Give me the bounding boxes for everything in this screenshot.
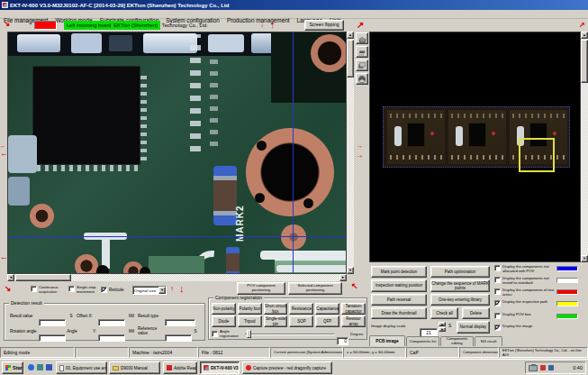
gallery-tool-button[interactable] xyxy=(356,59,368,71)
status-component-dimension: Component dimension xyxy=(459,347,499,358)
printer-icon[interactable] xyxy=(529,365,538,371)
capture-icon xyxy=(246,365,251,370)
checkbox-icon[interactable] xyxy=(31,286,37,292)
zoom-select-dropdown[interactable]: Original size xyxy=(132,286,167,295)
tripod-button[interactable]: Tripod xyxy=(238,316,262,327)
one-key-entering-library-button[interactable]: One-key entering library xyxy=(430,294,490,306)
annotation-arrow-screen-flip xyxy=(357,21,364,30)
tantalum-capacitor-button[interactable]: Tantalum capacitor xyxy=(341,303,366,315)
rotation-angle-input[interactable] xyxy=(39,334,66,342)
sop-button[interactable]: SOP xyxy=(289,316,313,327)
checkbox-icon[interactable] xyxy=(68,286,75,292)
hscroll-thumb[interactable] xyxy=(15,274,71,281)
polarity-box-button[interactable]: Polarity box xyxy=(238,303,262,315)
fan-tool-button[interactable] xyxy=(356,73,368,85)
hand-tool-button[interactable] xyxy=(356,32,368,44)
spinner-down-icon[interactable] xyxy=(439,327,446,332)
pcb-macro-view[interactable]: MARK2 xyxy=(7,32,347,274)
screen-flipping-button[interactable]: Screen flipping xyxy=(304,20,344,31)
spinner-up-icon[interactable] xyxy=(439,322,446,326)
display-option-not-tested[interactable]: Display the components not tested to sta… xyxy=(494,277,578,286)
vscroll-thumb[interactable] xyxy=(347,40,354,78)
task-capture-preview[interactable]: Capture preview - red dragonfly capture xyxy=(242,361,332,374)
angle-value-input[interactable] xyxy=(337,337,348,345)
checkbox-icon[interactable] xyxy=(101,287,107,293)
tray-icon-blue[interactable] xyxy=(548,365,554,370)
tab-components-list[interactable]: Components list xyxy=(406,336,439,346)
offset-x-input[interactable] xyxy=(98,319,125,326)
reticule-checkbox[interactable]: Reticule xyxy=(101,287,124,293)
path-optimization-button[interactable]: Path optimization xyxy=(430,266,490,278)
display-option-pov-alloc[interactable]: Display the components not allocated wit… xyxy=(494,265,578,274)
capacitance-button[interactable]: Capacitance xyxy=(315,303,339,315)
single-step-checkbox[interactable]: Single-step movement xyxy=(68,286,102,295)
title-bar[interactable]: EKT-IV-600 V3.0-M32J0102-AF-C [2014-03-2… xyxy=(0,0,588,10)
left-vscrollbar[interactable] xyxy=(347,32,354,274)
quicklaunch-icon-browser[interactable] xyxy=(28,364,34,370)
checkbox-icon[interactable] xyxy=(494,265,501,271)
result-type-input[interactable] xyxy=(165,319,195,326)
quicklaunch-icon-media[interactable] xyxy=(46,364,52,370)
quicklaunch-icon-desktop[interactable] xyxy=(37,364,43,370)
task-adobe-reader[interactable]: Adobe Reader - [VF-... xyxy=(163,361,197,374)
right-vscrollbar[interactable] xyxy=(581,32,588,262)
mark-point-detection-button[interactable]: Mark point detection xyxy=(371,266,427,278)
display-option-image[interactable]: Display the image xyxy=(494,325,578,331)
scroll-up-icon[interactable] xyxy=(347,32,354,39)
checkbox-icon[interactable] xyxy=(494,313,501,319)
checkbox-icon[interactable] xyxy=(494,325,501,331)
fan-icon xyxy=(357,75,366,84)
slider-thumb[interactable] xyxy=(247,330,251,338)
delete-button[interactable]: Delete xyxy=(462,307,490,319)
checkbox-icon[interactable] xyxy=(212,331,218,337)
pcb-overview-view[interactable] xyxy=(369,32,581,262)
result-value-input[interactable] xyxy=(39,319,66,326)
pcb-copper-ring-small xyxy=(311,34,347,72)
display-option-pov-box[interactable]: Display POV box xyxy=(494,313,578,319)
short-circuit-box-button[interactable]: Short circuit box xyxy=(264,303,288,315)
task-equipment-doc[interactable]: 00, Equipment use and operation xyxy=(56,361,107,374)
chevron-down-icon[interactable] xyxy=(158,287,166,294)
checkbox-icon[interactable] xyxy=(494,288,501,295)
tab-components-editing[interactable]: Components editing xyxy=(440,336,474,346)
normal-display-button[interactable]: Normal display xyxy=(457,321,490,334)
start-button[interactable]: Start xyxy=(2,361,23,374)
angle-slider[interactable] xyxy=(245,330,335,338)
single-side-pin-button[interactable]: Single-side pin xyxy=(264,316,288,327)
path-reversal-button[interactable]: Path reversal xyxy=(371,294,427,306)
scroll-up-icon[interactable] xyxy=(581,32,588,39)
task-ekt-app[interactable]: EKT-IV-600 V3.0-M32... xyxy=(200,361,240,374)
inspection-waiting-position-button[interactable]: Inspection waiting position xyxy=(371,279,427,292)
pov-positioning-button[interactable]: POV component positioning xyxy=(237,282,285,295)
change-mark-sequence-button[interactable]: Change the sequence of MARK points xyxy=(430,279,490,292)
scroll-down-icon[interactable] xyxy=(347,267,354,274)
status-file: File : 0812 xyxy=(198,347,270,358)
qfp-button[interactable]: QFP xyxy=(315,316,339,327)
non-polarity-button[interactable]: Non-polarity xyxy=(212,303,236,315)
task-d9000-manual[interactable]: D9000 Manual xyxy=(109,361,160,374)
acquire-tool-button[interactable] xyxy=(356,46,368,58)
selected-positioning-button[interactable]: Selected component positioning xyxy=(288,282,342,295)
reference-value-input[interactable] xyxy=(165,334,192,342)
continuous-acquisition-checkbox[interactable]: Continuous acquisition xyxy=(31,286,66,295)
draw-thumbnail-button[interactable]: Draw the thumbnail xyxy=(371,307,427,319)
tray-icon-red[interactable] xyxy=(540,365,546,370)
left-hscrollbar[interactable] xyxy=(7,274,347,281)
offset-y-input[interactable] xyxy=(98,334,125,342)
annotation-arrow-controls-row xyxy=(5,285,12,293)
resistor-array-button[interactable]: Resistor array xyxy=(341,316,366,327)
diode-button[interactable]: Diode xyxy=(212,316,236,327)
scroll-left-icon[interactable] xyxy=(7,274,14,281)
display-option-inspection-path[interactable]: Display the inspection path xyxy=(494,300,578,306)
display-option-test-areas[interactable]: Display the components of test areas xyxy=(494,288,578,297)
status-coordinates: x = 60.00mm, y = 60.00mm xyxy=(343,347,406,358)
tab-ng-result[interactable]: NG result xyxy=(475,336,502,346)
checkbox-icon[interactable] xyxy=(494,300,501,306)
scroll-right-icon[interactable] xyxy=(339,274,347,281)
checkbox-icon[interactable] xyxy=(494,277,501,283)
tab-pcb-image[interactable]: PCB image xyxy=(369,335,405,346)
vscroll-thumb[interactable] xyxy=(581,40,588,83)
check-all-button[interactable]: Check all xyxy=(430,307,458,319)
resistance-button[interactable]: Resistance xyxy=(289,303,313,315)
scroll-down-icon[interactable] xyxy=(581,255,588,262)
